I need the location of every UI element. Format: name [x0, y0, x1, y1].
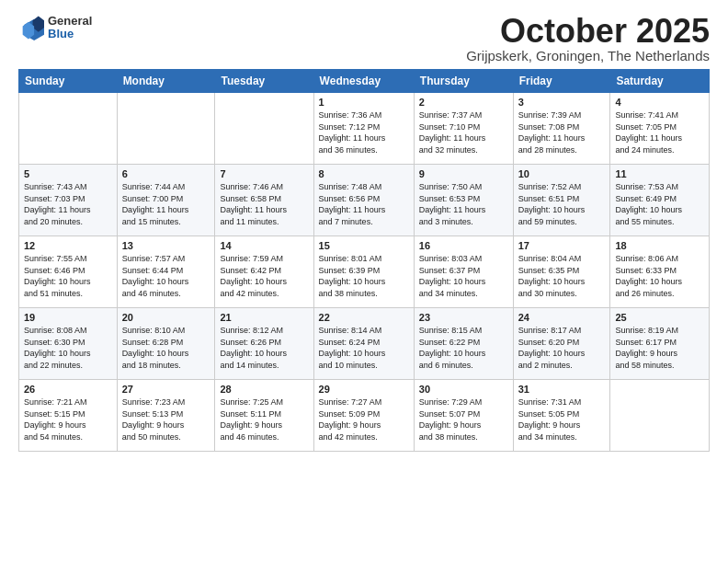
day-number: 24 [518, 312, 606, 323]
day-number: 25 [615, 312, 704, 323]
calendar-week-1: 1Sunrise: 7:36 AM Sunset: 7:12 PM Daylig… [19, 93, 710, 165]
day-info: Sunrise: 7:39 AM Sunset: 7:08 PM Dayligh… [518, 109, 606, 155]
day-info: Sunrise: 8:06 AM Sunset: 6:33 PM Dayligh… [615, 253, 704, 299]
calendar-cell: 17Sunrise: 8:04 AM Sunset: 6:35 PM Dayli… [513, 236, 610, 308]
calendar-cell: 11Sunrise: 7:53 AM Sunset: 6:49 PM Dayli… [610, 165, 710, 236]
day-number: 18 [615, 240, 704, 251]
calendar-cell: 28Sunrise: 7:25 AM Sunset: 5:11 PM Dayli… [215, 380, 313, 452]
calendar-cell: 14Sunrise: 7:59 AM Sunset: 6:42 PM Dayli… [215, 236, 313, 308]
calendar-cell [215, 93, 313, 165]
day-info: Sunrise: 8:17 AM Sunset: 6:20 PM Dayligh… [518, 325, 606, 371]
day-info: Sunrise: 7:50 AM Sunset: 6:53 PM Dayligh… [419, 181, 508, 227]
day-info: Sunrise: 7:46 AM Sunset: 6:58 PM Dayligh… [220, 181, 308, 227]
day-info: Sunrise: 7:43 AM Sunset: 7:03 PM Dayligh… [24, 181, 112, 227]
calendar-cell: 18Sunrise: 8:06 AM Sunset: 6:33 PM Dayli… [610, 236, 710, 308]
day-info: Sunrise: 8:14 AM Sunset: 6:24 PM Dayligh… [319, 325, 409, 371]
calendar-cell: 21Sunrise: 8:12 AM Sunset: 6:26 PM Dayli… [215, 308, 313, 380]
day-info: Sunrise: 8:19 AM Sunset: 6:17 PM Dayligh… [615, 325, 704, 371]
day-info: Sunrise: 7:27 AM Sunset: 5:09 PM Dayligh… [319, 396, 409, 442]
day-number: 1 [319, 97, 409, 108]
day-number: 13 [122, 240, 210, 251]
page: General Blue October 2025 Grijpskerk, Gr… [0, 0, 728, 461]
day-number: 3 [518, 97, 606, 108]
logo-text: General Blue [48, 15, 92, 41]
calendar-week-4: 19Sunrise: 8:08 AM Sunset: 6:30 PM Dayli… [19, 308, 710, 380]
day-info: Sunrise: 7:21 AM Sunset: 5:15 PM Dayligh… [24, 396, 112, 442]
calendar-cell: 19Sunrise: 8:08 AM Sunset: 6:30 PM Dayli… [19, 308, 118, 380]
day-number: 20 [122, 312, 210, 323]
calendar-cell: 26Sunrise: 7:21 AM Sunset: 5:15 PM Dayli… [19, 380, 118, 452]
calendar-cell: 6Sunrise: 7:44 AM Sunset: 7:00 PM Daylig… [117, 165, 215, 236]
day-info: Sunrise: 7:48 AM Sunset: 6:56 PM Dayligh… [319, 181, 409, 227]
calendar-cell: 23Sunrise: 8:15 AM Sunset: 6:22 PM Dayli… [414, 308, 513, 380]
day-info: Sunrise: 8:04 AM Sunset: 6:35 PM Dayligh… [518, 253, 606, 299]
day-info: Sunrise: 7:23 AM Sunset: 5:13 PM Dayligh… [122, 396, 210, 442]
day-info: Sunrise: 7:59 AM Sunset: 6:42 PM Dayligh… [220, 253, 308, 299]
col-tuesday: Tuesday [215, 70, 313, 93]
day-number: 4 [615, 97, 704, 108]
logo-blue: Blue [48, 28, 92, 40]
day-number: 5 [24, 168, 112, 179]
calendar-week-5: 26Sunrise: 7:21 AM Sunset: 5:15 PM Dayli… [19, 380, 710, 452]
calendar-week-2: 5Sunrise: 7:43 AM Sunset: 7:03 PM Daylig… [19, 165, 710, 236]
title-area: October 2025 Grijpskerk, Groningen, The … [466, 15, 710, 63]
location-title: Grijpskerk, Groningen, The Netherlands [466, 48, 710, 63]
day-info: Sunrise: 8:08 AM Sunset: 6:30 PM Dayligh… [24, 325, 112, 371]
day-number: 16 [419, 240, 508, 251]
day-number: 22 [319, 312, 409, 323]
logo-general: General [48, 15, 92, 28]
calendar-cell: 30Sunrise: 7:29 AM Sunset: 5:07 PM Dayli… [414, 380, 513, 452]
weekday-header-row: Sunday Monday Tuesday Wednesday Thursday… [19, 70, 710, 93]
day-info: Sunrise: 7:44 AM Sunset: 7:00 PM Dayligh… [122, 181, 210, 227]
calendar-cell [19, 93, 118, 165]
day-number: 9 [419, 168, 508, 179]
day-info: Sunrise: 7:25 AM Sunset: 5:11 PM Dayligh… [220, 396, 308, 442]
calendar-cell: 25Sunrise: 8:19 AM Sunset: 6:17 PM Dayli… [610, 308, 710, 380]
calendar-cell: 29Sunrise: 7:27 AM Sunset: 5:09 PM Dayli… [313, 380, 414, 452]
calendar-cell: 12Sunrise: 7:55 AM Sunset: 6:46 PM Dayli… [19, 236, 118, 308]
day-number: 19 [24, 312, 112, 323]
calendar-cell: 31Sunrise: 7:31 AM Sunset: 5:05 PM Dayli… [513, 380, 610, 452]
day-info: Sunrise: 7:37 AM Sunset: 7:10 PM Dayligh… [419, 109, 508, 155]
calendar-cell: 5Sunrise: 7:43 AM Sunset: 7:03 PM Daylig… [19, 165, 118, 236]
col-sunday: Sunday [19, 70, 118, 93]
day-info: Sunrise: 7:52 AM Sunset: 6:51 PM Dayligh… [518, 181, 606, 227]
col-wednesday: Wednesday [313, 70, 414, 93]
header: General Blue October 2025 Grijpskerk, Gr… [18, 15, 710, 63]
day-number: 12 [24, 240, 112, 251]
day-info: Sunrise: 8:12 AM Sunset: 6:26 PM Dayligh… [220, 325, 308, 371]
day-info: Sunrise: 8:01 AM Sunset: 6:39 PM Dayligh… [319, 253, 409, 299]
day-info: Sunrise: 7:31 AM Sunset: 5:05 PM Dayligh… [518, 396, 606, 442]
day-number: 31 [518, 384, 606, 395]
calendar-cell: 2Sunrise: 7:37 AM Sunset: 7:10 PM Daylig… [414, 93, 513, 165]
day-number: 27 [122, 384, 210, 395]
calendar-cell: 7Sunrise: 7:46 AM Sunset: 6:58 PM Daylig… [215, 165, 313, 236]
day-number: 23 [419, 312, 508, 323]
logo-area: General Blue [18, 15, 92, 41]
calendar-cell [610, 380, 710, 452]
day-number: 8 [319, 168, 409, 179]
day-info: Sunrise: 8:10 AM Sunset: 6:28 PM Dayligh… [122, 325, 210, 371]
calendar-cell [117, 93, 215, 165]
day-info: Sunrise: 7:57 AM Sunset: 6:44 PM Dayligh… [122, 253, 210, 299]
col-thursday: Thursday [414, 70, 513, 93]
day-info: Sunrise: 8:15 AM Sunset: 6:22 PM Dayligh… [419, 325, 508, 371]
calendar-cell: 24Sunrise: 8:17 AM Sunset: 6:20 PM Dayli… [513, 308, 610, 380]
day-number: 11 [615, 168, 704, 179]
day-number: 14 [220, 240, 308, 251]
calendar-cell: 20Sunrise: 8:10 AM Sunset: 6:28 PM Dayli… [117, 308, 215, 380]
calendar-cell: 1Sunrise: 7:36 AM Sunset: 7:12 PM Daylig… [313, 93, 414, 165]
calendar-week-3: 12Sunrise: 7:55 AM Sunset: 6:46 PM Dayli… [19, 236, 710, 308]
calendar-cell: 9Sunrise: 7:50 AM Sunset: 6:53 PM Daylig… [414, 165, 513, 236]
day-number: 21 [220, 312, 308, 323]
day-number: 6 [122, 168, 210, 179]
day-number: 10 [518, 168, 606, 179]
calendar-cell: 27Sunrise: 7:23 AM Sunset: 5:13 PM Dayli… [117, 380, 215, 452]
day-info: Sunrise: 7:36 AM Sunset: 7:12 PM Dayligh… [319, 109, 409, 155]
day-number: 7 [220, 168, 308, 179]
day-number: 17 [518, 240, 606, 251]
day-info: Sunrise: 7:29 AM Sunset: 5:07 PM Dayligh… [419, 396, 508, 442]
day-number: 2 [419, 97, 508, 108]
calendar-cell: 13Sunrise: 7:57 AM Sunset: 6:44 PM Dayli… [117, 236, 215, 308]
day-info: Sunrise: 8:03 AM Sunset: 6:37 PM Dayligh… [419, 253, 508, 299]
